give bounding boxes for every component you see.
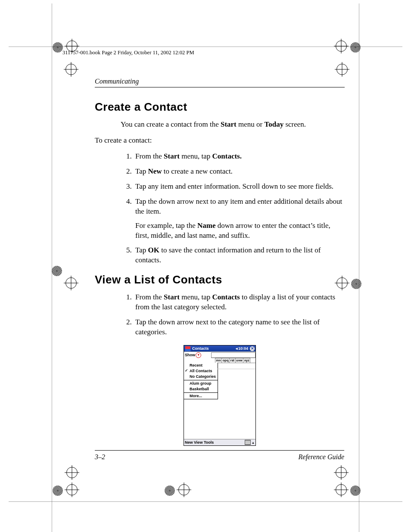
step: Tap any item and enter information. Scro… (134, 182, 345, 192)
ppc-titlebar: Contacts 10:04 ✕ (184, 345, 255, 352)
registration-mark-icon (349, 485, 361, 497)
up-arrow-icon (252, 440, 255, 445)
step: From the Start menu, tap Contacts to dis… (134, 292, 345, 312)
ppc-list-area (184, 399, 255, 439)
ppc-cat-item-selected: All Contacts (184, 368, 218, 374)
ppc-cat-item: Basketball (184, 386, 218, 392)
steps-create: From the Start menu, tap Contacts. Tap N… (125, 152, 345, 265)
keyboard-icon (245, 440, 251, 445)
step: Tap New to create a new contact. (134, 167, 345, 177)
ppc-cat-item: Alum group (184, 381, 218, 386)
crosshair-icon (334, 39, 349, 53)
step: Tap the down arrow next to the category … (134, 317, 345, 337)
page-number: 3–2 (95, 453, 105, 461)
ppc-menubar: New View Tools (184, 439, 255, 445)
step: From the Start menu, tap Contacts. (134, 152, 345, 162)
ppc-cat-item: More... (184, 393, 218, 399)
start-flag-icon (185, 346, 191, 352)
section-title-create: Create a Contact (95, 100, 345, 114)
alpha-tab: xyz (243, 358, 250, 363)
dropdown-arrow-icon: ▾ (196, 352, 201, 358)
ppc-cat-item: Recent (184, 363, 218, 368)
crosshair-icon (65, 465, 79, 480)
crosshair-icon (65, 482, 79, 497)
alpha-tab: uvw (235, 358, 244, 363)
step: Tap OK to save the contact information a… (134, 246, 345, 265)
crosshair-icon (334, 465, 349, 480)
registration-mark-icon (52, 485, 64, 497)
footer-right: Reference Guide (299, 453, 344, 461)
ppc-menu-view: View (194, 440, 202, 445)
ppc-search-box (211, 352, 255, 358)
book-meta-line: 311757-001.book Page 2 Friday, October 1… (62, 50, 194, 56)
registration-mark-icon (350, 278, 362, 290)
crosshair-icon (335, 62, 349, 77)
running-head: Communicating (95, 78, 345, 85)
steps-view: From the Start menu, tap Contacts to dis… (125, 292, 345, 337)
ppc-category-menu: Recent All Contacts No Categories Alum g… (184, 363, 218, 399)
intro-paragraph: You can create a contact from the Start … (121, 120, 345, 130)
registration-mark-icon (51, 265, 63, 277)
crosshair-icon (177, 482, 191, 497)
alpha-tab: opq (221, 358, 230, 363)
alpha-tab: mn (215, 358, 222, 363)
rule (95, 450, 344, 451)
crosshair-icon (64, 276, 78, 290)
ppc-menu-new: New (185, 440, 193, 445)
pocketpc-screenshot: Contacts 10:04 ✕ Show▾ mn opq rst uvw xy… (184, 345, 256, 446)
section-title-view: View a List of Contacts (95, 273, 345, 286)
rule (95, 87, 345, 87)
registration-mark-icon (349, 41, 361, 53)
step-sub: For example, tap the Name down arrow to … (135, 221, 345, 241)
ppc-title: Contacts (192, 346, 209, 351)
ppc-menu-tools: Tools (204, 440, 214, 445)
show-dropdown: Show▾ (184, 352, 202, 358)
ppc-cat-item: No Categories (184, 374, 218, 380)
registration-mark-icon (52, 41, 64, 53)
close-icon: ✕ (250, 346, 255, 351)
lead-line: To create a contact: (95, 136, 345, 146)
registration-mark-icon (164, 485, 176, 497)
crosshair-icon (64, 62, 78, 77)
ppc-time: 10:04 (238, 346, 248, 351)
step: Tap the down arrow next to any item and … (134, 197, 345, 241)
crosshair-icon (334, 482, 349, 497)
alpha-tab: rst (229, 358, 236, 363)
